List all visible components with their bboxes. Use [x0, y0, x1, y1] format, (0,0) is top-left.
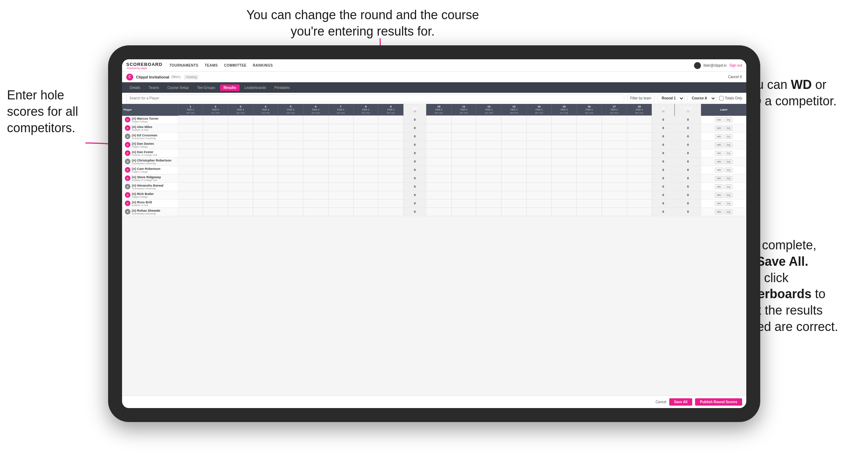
hole-10-field[interactable] — [435, 185, 443, 188]
hole-10-input[interactable] — [426, 174, 451, 182]
hole-13-field[interactable] — [510, 210, 518, 213]
hole-3-input[interactable] — [228, 174, 253, 182]
hole-11-field[interactable] — [460, 160, 468, 163]
hole-18-field[interactable] — [635, 185, 643, 188]
hole-4-input[interactable] — [253, 182, 278, 191]
hole-9-input[interactable] — [378, 182, 403, 191]
hole-16-field[interactable] — [585, 202, 593, 205]
hole-9-input[interactable] — [378, 166, 403, 174]
hole-1-field[interactable] — [187, 210, 194, 213]
hole-4-input[interactable] — [253, 166, 278, 174]
dq-button[interactable]: DQ — [725, 176, 732, 181]
wd-button[interactable]: WD — [715, 176, 723, 181]
hole-4-input[interactable] — [253, 149, 278, 157]
hole-1-input[interactable] — [178, 191, 203, 199]
hole-13-field[interactable] — [510, 168, 518, 172]
hole-1-input[interactable] — [178, 141, 203, 149]
hole-12-field[interactable] — [485, 185, 493, 188]
hole-8-input[interactable] — [353, 132, 378, 141]
hole-15-field[interactable] — [560, 176, 568, 180]
hole-3-input[interactable] — [228, 141, 253, 149]
hole-4-field[interactable] — [262, 126, 270, 130]
hole-10-input[interactable] — [426, 132, 451, 141]
hole-1-field[interactable] — [187, 193, 194, 197]
hole-2-field[interactable] — [212, 168, 219, 172]
hole-3-field[interactable] — [237, 126, 244, 130]
hole-15-field[interactable] — [560, 151, 568, 155]
hole-12-input[interactable] — [476, 199, 501, 208]
hole-5-input[interactable] — [278, 116, 303, 124]
hole-10-field[interactable] — [435, 151, 443, 155]
wd-button[interactable]: WD — [715, 201, 723, 206]
tab-teams[interactable]: Teams — [145, 84, 163, 91]
hole-13-field[interactable] — [510, 126, 518, 130]
course-select[interactable]: Course A — [687, 95, 716, 102]
hole-13-input[interactable] — [501, 208, 527, 216]
hole-9-input[interactable] — [378, 199, 403, 208]
hole-12-field[interactable] — [485, 135, 493, 138]
sign-out-link[interactable]: Sign out — [729, 63, 742, 67]
hole-7-field[interactable] — [337, 151, 345, 155]
hole-18-field[interactable] — [635, 118, 643, 121]
hole-16-input[interactable] — [576, 124, 602, 132]
hole-10-field[interactable] — [435, 168, 443, 172]
hole-15-field[interactable] — [560, 210, 568, 213]
tab-leaderboards[interactable]: Leaderboards — [241, 84, 270, 91]
hole-9-field[interactable] — [387, 126, 395, 130]
hole-17-input[interactable] — [602, 182, 627, 191]
hole-15-input[interactable] — [552, 132, 577, 141]
hole-7-field[interactable] — [337, 176, 345, 180]
hole-10-field[interactable] — [435, 176, 443, 180]
hole-9-input[interactable] — [378, 116, 403, 124]
hole-16-input[interactable] — [576, 116, 602, 124]
hole-17-field[interactable] — [610, 185, 618, 188]
totals-only-toggle[interactable]: Totals Only — [719, 96, 742, 100]
hole-6-field[interactable] — [312, 135, 319, 138]
hole-11-field[interactable] — [460, 135, 468, 138]
hole-13-field[interactable] — [510, 185, 518, 188]
hole-17-field[interactable] — [610, 135, 618, 138]
hole-16-input[interactable] — [576, 208, 602, 216]
hole-5-input[interactable] — [278, 149, 303, 157]
hole-6-field[interactable] — [312, 168, 319, 172]
hole-2-input[interactable] — [203, 208, 228, 216]
hole-18-input[interactable] — [627, 199, 652, 208]
hole-4-field[interactable] — [262, 185, 270, 188]
hole-9-input[interactable] — [378, 191, 403, 199]
hole-3-input[interactable] — [228, 157, 253, 166]
dq-button[interactable]: DQ — [725, 134, 732, 139]
hole-2-field[interactable] — [212, 160, 219, 163]
hole-11-input[interactable] — [451, 157, 476, 166]
hole-10-input[interactable] — [426, 116, 451, 124]
hole-14-input[interactable] — [527, 132, 552, 141]
hole-15-field[interactable] — [560, 160, 568, 163]
hole-17-input[interactable] — [602, 116, 627, 124]
hole-18-field[interactable] — [635, 168, 643, 172]
search-input[interactable] — [126, 95, 624, 102]
hole-15-field[interactable] — [560, 126, 568, 130]
hole-8-field[interactable] — [362, 118, 370, 121]
hole-12-input[interactable] — [476, 141, 501, 149]
hole-8-input[interactable] — [353, 124, 378, 132]
hole-6-input[interactable] — [303, 124, 328, 132]
nav-tournaments[interactable]: TOURNAMENTS — [169, 63, 198, 67]
hole-10-input[interactable] — [426, 182, 451, 191]
hole-15-input[interactable] — [552, 174, 577, 182]
hole-14-input[interactable] — [527, 166, 552, 174]
hole-5-field[interactable] — [287, 143, 294, 146]
hole-10-field[interactable] — [435, 126, 443, 130]
hole-7-input[interactable] — [328, 174, 353, 182]
hole-7-field[interactable] — [337, 193, 345, 197]
hole-17-field[interactable] — [610, 210, 618, 213]
hole-13-field[interactable] — [510, 118, 518, 121]
hole-6-input[interactable] — [303, 157, 328, 166]
hole-8-field[interactable] — [362, 202, 370, 205]
nav-committee[interactable]: COMMITTEE — [224, 63, 247, 67]
hole-7-input[interactable] — [328, 149, 353, 157]
hole-13-field[interactable] — [510, 193, 518, 197]
hole-9-field[interactable] — [387, 151, 395, 155]
hole-16-field[interactable] — [585, 126, 593, 130]
hole-15-input[interactable] — [552, 182, 577, 191]
hole-14-input[interactable] — [527, 157, 552, 166]
hole-4-input[interactable] — [253, 132, 278, 141]
